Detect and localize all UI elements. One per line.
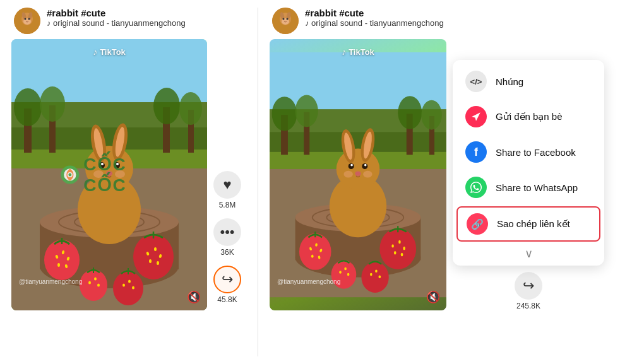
- svg-point-86: [421, 100, 442, 130]
- svg-point-52: [157, 261, 159, 265]
- share-embed-item[interactable]: </> Nhúng: [453, 64, 604, 99]
- whatsapp-label: Share to WhatsApp: [496, 182, 578, 193]
- tiktok-watermark-right: ♪ TikTok: [342, 47, 374, 57]
- comment-count: 36K: [220, 248, 234, 257]
- svg-point-113: [379, 228, 416, 269]
- svg-point-46: [133, 234, 174, 279]
- left-sidebar-actions: ♥ 5.8M ••• 36K ↪ 45.8K: [213, 171, 241, 310]
- svg-point-84: [295, 95, 318, 127]
- svg-point-53: [80, 269, 107, 301]
- svg-point-124: [361, 262, 388, 293]
- facebook-label: Share to Facebook: [496, 147, 576, 158]
- svg-point-117: [403, 247, 405, 250]
- svg-point-102: [364, 164, 367, 167]
- svg-point-6: [28, 18, 30, 20]
- share-count-right: 245.8K: [516, 302, 540, 310]
- avatar-right[interactable]: [272, 8, 299, 34]
- svg-point-17: [40, 86, 65, 122]
- share-facebook-item[interactable]: f Share to Facebook: [453, 134, 604, 170]
- left-sound: ♪ original sound - tianyuanmengchong: [47, 18, 186, 28]
- svg-point-122: [344, 267, 347, 271]
- svg-point-85: [398, 96, 422, 129]
- share-send-item[interactable]: Gửi đến bạn bè: [453, 99, 604, 134]
- tiktok-logo-icon-right: ♪: [342, 47, 346, 57]
- share-icon-left[interactable]: ↪: [213, 266, 241, 293]
- svg-point-101: [350, 164, 353, 167]
- svg-point-39: [44, 240, 80, 280]
- svg-point-126: [375, 269, 378, 273]
- right-username: #rabbit #cute: [305, 8, 444, 18]
- svg-point-119: [401, 253, 403, 256]
- share-button-left[interactable]: ↪ 45.8K: [213, 266, 241, 304]
- svg-point-35: [116, 163, 119, 165]
- svg-point-5: [25, 18, 27, 20]
- share-whatsapp-item[interactable]: Share to WhatsApp: [453, 170, 604, 205]
- share-button-right[interactable]: ↪ 245.8K: [453, 272, 604, 310]
- svg-point-58: [113, 271, 143, 305]
- svg-point-56: [94, 278, 97, 281]
- right-video-frame: ♪ TikTok @tianyuanmengchong 🔇: [270, 39, 446, 310]
- username-watermark-right: @tianyuanmengchong: [277, 278, 340, 285]
- svg-point-105: [363, 171, 372, 178]
- svg-point-83: [272, 97, 297, 131]
- left-video-frame: ♪ TikTok @tianyuanmengchong 🔇: [11, 39, 207, 310]
- comment-icon[interactable]: •••: [213, 218, 241, 246]
- right-user-text: #rabbit #cute ♪ original sound - tianyua…: [305, 8, 444, 28]
- svg-point-125: [370, 273, 373, 276]
- svg-point-38: [115, 170, 125, 178]
- svg-point-115: [391, 244, 394, 247]
- left-username: #rabbit #cute: [47, 8, 186, 18]
- svg-point-72: [283, 18, 285, 20]
- svg-point-57: [97, 284, 100, 287]
- svg-point-127: [379, 275, 381, 278]
- send-label: Gửi đến bạn bè: [496, 111, 563, 122]
- svg-point-36: [106, 171, 112, 176]
- svg-point-34: [101, 163, 104, 165]
- right-user-info: #rabbit #cute ♪ original sound - tianyua…: [270, 8, 633, 34]
- embed-label: Nhúng: [496, 76, 523, 87]
- svg-point-94: [337, 148, 380, 189]
- mute-btn-left[interactable]: 🔇: [187, 290, 201, 304]
- svg-point-111: [311, 254, 314, 257]
- tiktok-logo-icon: ♪: [93, 47, 97, 57]
- svg-point-106: [299, 233, 331, 270]
- like-button[interactable]: ♥ 5.8M: [213, 171, 241, 209]
- right-panel: #rabbit #cute ♪ original sound - tianyua…: [258, 8, 633, 356]
- share-menu-chevron[interactable]: ∨: [453, 243, 604, 262]
- left-user-info: #rabbit #cute ♪ original sound - tianyua…: [11, 8, 258, 34]
- share-copy-item[interactable]: 🔗 Sao chép liên kết: [456, 206, 600, 242]
- like-count: 5.8M: [219, 201, 236, 209]
- svg-point-121: [339, 271, 342, 274]
- svg-point-27: [85, 146, 133, 191]
- left-panel: #rabbit #cute ♪ original sound - tianyua…: [11, 8, 258, 356]
- svg-point-123: [347, 273, 350, 276]
- right-sound: ♪ original sound - tianyuanmengchong: [305, 18, 444, 28]
- facebook-icon: f: [465, 141, 487, 163]
- send-icon: [465, 106, 487, 127]
- svg-point-51: [149, 259, 152, 263]
- svg-point-118: [394, 251, 397, 254]
- embed-icon: </>: [465, 71, 487, 92]
- share-menu: </> Nhúng Gửi đến bạn bè f Share to Face…: [453, 60, 604, 266]
- svg-point-60: [122, 284, 125, 287]
- right-video-scene: [270, 39, 446, 310]
- svg-point-37: [93, 170, 104, 178]
- svg-point-62: [132, 286, 134, 290]
- username-watermark-left: @tianyuanmengchong: [19, 278, 82, 285]
- whatsapp-icon: [465, 177, 487, 198]
- mute-btn-right[interactable]: 🔇: [426, 290, 440, 304]
- avatar[interactable]: [14, 8, 40, 34]
- comment-button[interactable]: ••• 36K: [213, 218, 241, 257]
- svg-point-44: [57, 263, 60, 267]
- copy-link-icon: 🔗: [467, 213, 488, 235]
- svg-point-16: [14, 88, 42, 126]
- svg-point-73: [287, 18, 289, 20]
- main-container: #rabbit #cute ♪ original sound - tianyua…: [0, 0, 644, 364]
- svg-point-104: [343, 171, 352, 178]
- share-icon-right[interactable]: ↪: [515, 272, 542, 300]
- left-user-text: #rabbit #cute ♪ original sound - tianyua…: [47, 8, 186, 28]
- tiktok-watermark-left: ♪ TikTok: [93, 47, 126, 57]
- video-scene: [11, 39, 207, 310]
- copy-label: Sao chép liên kết: [497, 218, 570, 230]
- like-icon[interactable]: ♥: [213, 171, 241, 199]
